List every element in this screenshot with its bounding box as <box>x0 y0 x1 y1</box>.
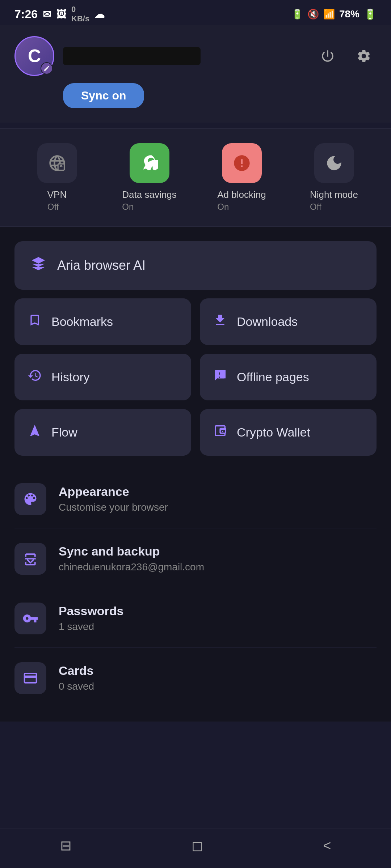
username-area <box>63 47 315 65</box>
header-actions <box>315 43 377 69</box>
vpn-label: VPN Off <box>47 189 67 212</box>
settings-item-appearance[interactable]: Appearance Customise your browser <box>14 470 377 528</box>
bookmarks-icon <box>28 313 42 331</box>
ad-blocking-icon <box>222 143 262 183</box>
menu-row-2: History Offline pages <box>14 354 377 400</box>
night-mode-icon <box>314 143 354 183</box>
menu-item-history[interactable]: History <box>14 354 191 400</box>
header-top: C <box>14 36 377 76</box>
battery-icon: 🔋 <box>364 8 377 20</box>
crypto-wallet-label: Crypto Wallet <box>237 425 310 439</box>
main-menu: Aria browser AI Bookmarks Downloads <box>0 227 391 470</box>
cards-text: Cards 0 saved <box>59 664 377 692</box>
time-display: 7:26 <box>14 8 38 21</box>
nav-home[interactable]: ◻ <box>192 838 203 854</box>
cards-subtitle: 0 saved <box>59 681 377 692</box>
sync-title: Sync and backup <box>59 544 377 558</box>
status-left: 7:26 ✉ 🖼 0KB/s ☁ <box>14 5 105 24</box>
settings-item-cards[interactable]: Cards 0 saved <box>14 649 377 707</box>
data-savings-label: Data savings On <box>122 189 176 212</box>
tabs-icon: ⊟ <box>60 838 72 854</box>
menu-item-crypto-wallet[interactable]: Crypto Wallet <box>200 409 377 456</box>
quick-action-vpn[interactable]: VPN Off <box>14 143 100 212</box>
passwords-title: Passwords <box>59 604 377 618</box>
appearance-subtitle: Customise your browser <box>59 502 377 513</box>
night-mode-label: Night mode Off <box>310 189 358 212</box>
speed-indicator: 0KB/s <box>71 5 89 24</box>
downloads-icon <box>213 313 227 331</box>
weather-icon: ☁ <box>94 8 105 20</box>
battery-percent: 78% <box>339 8 360 20</box>
battery-save-icon: 🔋 <box>291 9 303 20</box>
sync-icon <box>14 543 46 575</box>
aria-ai-icon <box>30 256 46 275</box>
passwords-text: Passwords 1 saved <box>59 604 377 633</box>
username-redacted <box>63 47 201 65</box>
avatar-edit-icon[interactable] <box>41 62 53 75</box>
settings-item-sync[interactable]: Sync and backup chineduenukora236@gmail.… <box>14 530 377 588</box>
image-icon: 🖼 <box>56 8 66 20</box>
home-icon: ◻ <box>192 838 203 854</box>
flow-label: Flow <box>51 425 77 439</box>
sync-subtitle: chineduenukora236@gmail.com <box>59 561 377 573</box>
signal-icon: 📶 <box>323 9 335 20</box>
appearance-icon <box>14 483 46 515</box>
history-label: History <box>51 370 90 384</box>
offline-pages-icon <box>213 368 227 386</box>
power-button[interactable] <box>315 43 340 69</box>
nav-tabs[interactable]: ⊟ <box>60 838 72 854</box>
data-savings-icon <box>130 143 169 183</box>
gmail-icon: ✉ <box>43 8 51 20</box>
settings-button[interactable] <box>351 43 377 69</box>
appearance-title: Appearance <box>59 485 377 499</box>
cards-title: Cards <box>59 664 377 678</box>
menu-row-3: Flow Crypto Wallet <box>14 409 377 456</box>
appearance-text: Appearance Customise your browser <box>59 485 377 513</box>
menu-item-downloads[interactable]: Downloads <box>200 298 377 345</box>
history-icon <box>28 368 42 386</box>
status-bar: 7:26 ✉ 🖼 0KB/s ☁ 🔋 🔇 📶 78% 🔋 <box>0 0 391 25</box>
cards-icon <box>14 662 46 694</box>
header-section: C <box>0 25 391 123</box>
menu-item-bookmarks[interactable]: Bookmarks <box>14 298 191 345</box>
quick-actions-grid: VPN Off Data savings On Ad blocking On <box>0 128 391 227</box>
menu-row-1: Bookmarks Downloads <box>14 298 377 345</box>
quick-action-ad-blocking[interactable]: Ad blocking On <box>199 143 284 212</box>
menu-item-flow[interactable]: Flow <box>14 409 191 456</box>
quick-action-data-savings[interactable]: Data savings On <box>107 143 192 212</box>
settings-item-passwords[interactable]: Passwords 1 saved <box>14 590 377 648</box>
menu-item-offline-pages[interactable]: Offline pages <box>200 354 377 400</box>
offline-pages-label: Offline pages <box>237 370 309 384</box>
downloads-label: Downloads <box>237 315 298 329</box>
nav-back[interactable]: < <box>323 838 331 854</box>
sync-button[interactable]: Sync on <box>63 83 144 108</box>
profile-section: C <box>14 36 315 76</box>
vpn-icon <box>37 143 77 183</box>
flow-icon <box>28 424 42 441</box>
passwords-icon <box>14 603 46 634</box>
settings-section: Appearance Customise your browser Sync a… <box>0 470 391 722</box>
ad-blocking-label: Ad blocking On <box>217 189 266 212</box>
menu-item-aria-browser-ai[interactable]: Aria browser AI <box>14 241 377 290</box>
avatar-container[interactable]: C <box>14 36 54 76</box>
crypto-wallet-icon <box>213 424 227 441</box>
sync-text: Sync and backup chineduenukora236@gmail.… <box>59 544 377 573</box>
passwords-subtitle: 1 saved <box>59 621 377 633</box>
back-icon: < <box>323 838 331 854</box>
bottom-nav: ⊟ ◻ < <box>0 829 391 868</box>
bookmarks-label: Bookmarks <box>51 315 113 329</box>
mute-icon: 🔇 <box>307 9 319 20</box>
quick-action-night-mode[interactable]: Night mode Off <box>291 143 377 212</box>
status-right: 🔋 🔇 📶 78% 🔋 <box>291 8 377 20</box>
aria-ai-label: Aria browser AI <box>57 258 146 273</box>
